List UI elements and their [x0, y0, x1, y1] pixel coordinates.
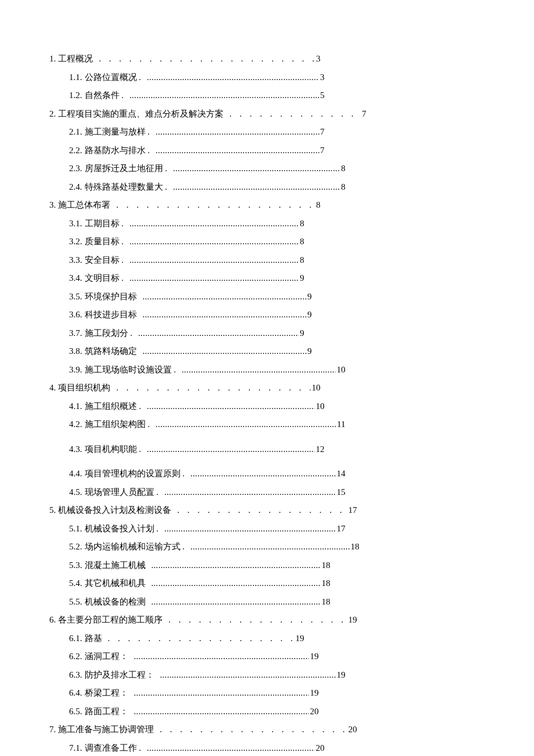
toc-number: 4.3. [69, 443, 82, 456]
toc-leader-dots: ........................................… [143, 308, 306, 321]
toc-page-number: 5 [320, 89, 325, 102]
toc-number: 2.4. [69, 180, 82, 194]
toc-entry-section: 7.施工准备与施工协调管理 . . . . . . . . . . . . . … [49, 723, 357, 736]
toc-page-number: 18 [322, 595, 330, 609]
toc-leader-dots: ........................................… [134, 686, 309, 700]
toc-title: 路基 [85, 632, 102, 645]
toc-entry-subsection: 3.8.筑路料场确定 .............................… [69, 345, 312, 358]
toc-title: 施工测量与放样 . [85, 125, 150, 139]
toc-number: 3.2. [69, 235, 82, 248]
toc-entry-subsection: 5.5.机械设备的检测 ............................… [69, 595, 330, 609]
toc-number: 5.3. [69, 559, 82, 572]
toc-leader-dots: ........................................… [173, 180, 340, 194]
toc-title: 路基防水与排水 . [85, 144, 150, 157]
toc-entry-subsection: 3.3.安全目标 . .............................… [69, 254, 304, 267]
toc-entry-subsection: 3.9.施工现场临时设施设置 . .......................… [69, 363, 345, 377]
toc-entry-subsection: 4.4.项目管理机构的设置原则 . ......................… [69, 467, 345, 480]
toc-number: 4.5. [69, 486, 82, 499]
toc-number: 4.1. [69, 400, 82, 413]
toc-entry-subsection: 6.1.路基 . . . . . . . . . . . . . . . . .… [69, 632, 304, 645]
toc-entry-subsection: 6.3.防护及排水工程： ...........................… [69, 668, 345, 682]
toc-number: 1.1. [69, 71, 82, 84]
toc-title: 机械设备投入计划 . [85, 522, 159, 536]
toc-leader-dots: ........................................… [134, 705, 309, 718]
toc-page-number: 7 [320, 144, 325, 157]
toc-page-number: 19 [348, 613, 357, 627]
toc-leader-dots: ........................................… [151, 595, 321, 609]
toc-leader-dots: ........................................… [138, 327, 299, 340]
toc-leader-dots: ........................................… [151, 577, 321, 590]
toc-page-number: 8 [341, 162, 346, 175]
toc-title: 施工组织架构图 . [85, 418, 150, 431]
toc-entry-subsection: 4.3.项目机构职能 . ...........................… [69, 443, 324, 456]
toc-entry-section: 5.机械设备投入计划及检测设备 . . . . . . . . . . . . … [49, 504, 357, 517]
table-of-contents: 1.工程概况 . . . . . . . . . . . . . . . . .… [49, 52, 485, 756]
toc-number: 6. [49, 613, 56, 627]
toc-title: 调查准备工作 . [85, 741, 142, 755]
toc-entry-subsection: 4.2.施工组织架构图 . ..........................… [69, 418, 345, 431]
toc-page-number: 18 [351, 540, 359, 554]
toc-entry-subsection: 1.2.自然条件 . .............................… [69, 89, 324, 102]
toc-title: 工程项目实施的重点、难点分析及解决方案 [58, 107, 223, 121]
toc-number: 3. [49, 198, 56, 212]
toc-page-number: 18 [322, 559, 330, 572]
toc-number: 2.2. [69, 144, 82, 157]
toc-leader-dots: ........................................… [173, 162, 340, 175]
toc-page-number: 3 [320, 71, 325, 84]
toc-number: 1. [49, 52, 56, 66]
toc-page-number: 15 [337, 486, 345, 499]
toc-title: 机械设备的检测 [85, 595, 146, 609]
toc-number: 3.3. [69, 254, 82, 267]
toc-leader-dots: . . . . . . . . . . . . . . . . . . . . … [160, 723, 347, 736]
toc-number: 5.1. [69, 522, 82, 536]
toc-page-number: 20 [316, 741, 324, 755]
toc-entry-subsection: 6.5.路面工程： ..............................… [69, 705, 319, 718]
toc-page-number: 8 [341, 180, 346, 194]
toc-page-number: 7 [362, 107, 367, 121]
toc-number: 6.1. [69, 632, 82, 645]
toc-title: 筑路料场确定 [85, 345, 137, 358]
toc-page-number: 8 [300, 217, 305, 230]
toc-entry-subsection: 7.1.调查准备工作 . ...........................… [69, 741, 324, 755]
toc-leader-dots: ........................................… [129, 254, 299, 267]
toc-entry-subsection: 5.3.混凝土施工机械 ............................… [69, 559, 330, 572]
toc-title: 施工现场临时设施设置 . [85, 363, 176, 377]
toc-title: 自然条件 . [85, 89, 124, 102]
toc-title: 现场管理人员配置 . [85, 486, 159, 499]
toc-title: 防护及排水工程： [85, 668, 154, 682]
toc-leader-dots: ........................................… [143, 290, 306, 303]
toc-page-number: 19 [337, 668, 345, 682]
toc-number: 2.1. [69, 125, 82, 139]
toc-leader-dots: ........................................… [160, 668, 336, 682]
toc-leader-dots: ........................................… [134, 650, 309, 663]
toc-number: 3.7. [69, 327, 82, 340]
toc-entry-section: 4.项目组织机构 . . . . . . . . . . . . . . . .… [49, 381, 320, 395]
toc-leader-dots: ........................................… [129, 272, 299, 285]
toc-entry-subsection: 6.4.桥梁工程： ..............................… [69, 686, 319, 700]
toc-title: 环境保护目标 [85, 290, 137, 303]
toc-number: 3.9. [69, 363, 82, 377]
toc-page-number: 7 [320, 125, 325, 139]
toc-entry-subsection: 3.5.环境保护目标 .............................… [69, 290, 312, 303]
toc-leader-dots: ........................................… [147, 741, 315, 755]
toc-page-number: 12 [316, 443, 324, 456]
toc-title: 项目组织机构 [58, 381, 110, 395]
toc-page-number: 20 [348, 723, 357, 736]
toc-number: 6.2. [69, 650, 82, 663]
toc-leader-dots: ........................................… [147, 443, 315, 456]
toc-leader-dots: ........................................… [147, 71, 319, 84]
toc-page-number: 18 [322, 577, 330, 590]
toc-page-number: 17 [348, 504, 357, 517]
toc-title: 特殊路基处理数量大 . [85, 180, 168, 194]
toc-number: 6.4. [69, 686, 82, 700]
toc-number: 5. [49, 504, 56, 517]
toc-number: 2.3. [69, 162, 82, 175]
toc-page-number: 8 [316, 198, 321, 212]
toc-page-number: 10 [337, 363, 345, 377]
toc-number: 2. [49, 107, 56, 121]
toc-entry-section: 3.施工总体布署 . . . . . . . . . . . . . . . .… [49, 198, 320, 212]
toc-title: 桥梁工程： [85, 686, 128, 700]
toc-entry-section: 6.各主要分部工程的施工顺序 . . . . . . . . . . . . .… [49, 613, 357, 627]
toc-title: 其它机械和机具 [85, 577, 146, 590]
toc-entry-subsection: 3.4.文明目标 . .............................… [69, 272, 304, 285]
